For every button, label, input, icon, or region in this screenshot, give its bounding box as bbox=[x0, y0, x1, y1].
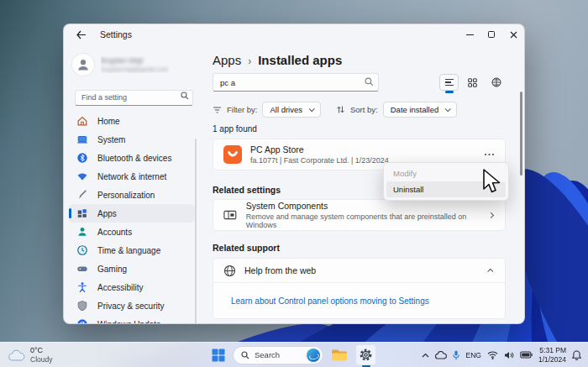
related-setting-description: Remove and manage system components that… bbox=[246, 212, 480, 229]
search-icon bbox=[365, 77, 374, 87]
settings-window: Settings Bogdan Migl bogdanmigl@gm bbox=[63, 24, 525, 324]
back-button[interactable] bbox=[76, 30, 87, 39]
help-from-web-title: Help from the web bbox=[244, 265, 316, 275]
home-icon bbox=[76, 115, 88, 128]
list-view-button[interactable] bbox=[439, 74, 459, 91]
profile-name: Bogdan Migl bbox=[101, 56, 169, 65]
taskbar-search-label: Search bbox=[255, 350, 280, 359]
sidebar-item-apps[interactable]: Apps bbox=[69, 204, 195, 223]
system-components-icon bbox=[223, 209, 237, 221]
onedrive-icon[interactable] bbox=[435, 351, 447, 359]
find-setting-input[interactable] bbox=[75, 90, 193, 106]
titlebar: Settings bbox=[64, 24, 524, 45]
sidebar-item-network[interactable]: Network & internet bbox=[69, 167, 195, 186]
system-components-row[interactable]: System Components Remove and manage syst… bbox=[213, 199, 506, 231]
notification-bell-icon[interactable] bbox=[572, 350, 581, 360]
related-setting-title: System Components bbox=[246, 201, 480, 211]
sidebar-item-gaming[interactable]: Gaming bbox=[69, 260, 195, 278]
selected-view-indicator bbox=[445, 91, 454, 93]
sidebar-nav: Home System Bluetooth & devices Network … bbox=[69, 112, 195, 324]
sidebar-scrollbar[interactable] bbox=[195, 139, 197, 324]
grid-view-button[interactable] bbox=[463, 74, 482, 91]
chevron-up-icon bbox=[487, 268, 493, 274]
sort-dropdown[interactable]: Date installed bbox=[383, 102, 458, 118]
filter-label: Filter by: bbox=[227, 105, 257, 114]
related-support-heading: Related support bbox=[213, 243, 506, 254]
sidebar-item-time-language[interactable]: Time & language bbox=[69, 241, 195, 260]
maximize-button[interactable] bbox=[480, 24, 502, 45]
window-title: Settings bbox=[100, 29, 132, 39]
profile-email: bogdanmigl@gmail.com bbox=[101, 66, 169, 73]
filter-icon bbox=[213, 106, 222, 114]
close-button[interactable] bbox=[502, 24, 524, 45]
accessibility-icon bbox=[76, 281, 88, 294]
clock[interactable]: 5:31 PM 1/1/2024 bbox=[538, 346, 566, 364]
maximize-icon bbox=[488, 31, 495, 38]
breadcrumb: Apps › Installed apps bbox=[213, 53, 506, 70]
sidebar-item-windows-update[interactable]: Windows Update bbox=[69, 315, 195, 324]
accounts-icon bbox=[76, 226, 88, 239]
page-title: Installed apps bbox=[258, 53, 342, 67]
system-tray: ENG 5:31 PM 1/1/2024 bbox=[422, 343, 581, 367]
close-icon bbox=[510, 31, 517, 39]
selected-indicator bbox=[69, 208, 71, 218]
gaming-icon bbox=[76, 263, 88, 275]
chevron-down-icon bbox=[445, 106, 451, 112]
person-icon bbox=[76, 57, 91, 72]
chevron-right-icon bbox=[488, 212, 494, 218]
find-setting-search bbox=[75, 88, 193, 104]
language-indicator[interactable]: ENG bbox=[465, 351, 480, 359]
tray-date: 1/1/2024 bbox=[538, 355, 566, 364]
volume-icon[interactable] bbox=[504, 351, 514, 359]
tray-expand-button[interactable] bbox=[422, 353, 429, 358]
help-from-web-card: Help from the web Learn about Control pa… bbox=[213, 258, 506, 319]
result-count: 1 app found bbox=[213, 124, 506, 135]
app-search-input[interactable] bbox=[213, 73, 379, 92]
sidebar-item-personalization[interactable]: Personalization bbox=[69, 186, 195, 204]
tile-view-button[interactable] bbox=[486, 74, 506, 91]
sidebar-item-home[interactable]: Home bbox=[69, 112, 195, 130]
user-profile[interactable]: Bogdan Migl bogdanmigl@gmail.com bbox=[72, 50, 197, 80]
grid-view-icon bbox=[468, 78, 477, 87]
app-meta: fa.1077t | Fast Corporate Ltd. | 1/23/20… bbox=[250, 156, 389, 165]
taskbar-search[interactable]: Search bbox=[233, 346, 323, 364]
sidebar-item-privacy[interactable]: Privacy & security bbox=[69, 296, 195, 315]
minimize-button[interactable] bbox=[459, 24, 480, 45]
app-search bbox=[213, 73, 379, 92]
microphone-icon[interactable] bbox=[453, 350, 459, 360]
help-from-web-row[interactable]: Help from the web bbox=[213, 259, 505, 282]
list-view-icon bbox=[445, 79, 454, 86]
chevron-down-icon bbox=[309, 106, 315, 112]
system-icon bbox=[76, 134, 88, 146]
sidebar-item-accessibility[interactable]: Accessibility bbox=[69, 278, 195, 296]
gear-icon bbox=[359, 348, 373, 362]
globe-icon bbox=[223, 265, 236, 277]
tile-view-icon bbox=[491, 77, 501, 87]
battery-icon[interactable] bbox=[520, 351, 533, 359]
start-button[interactable] bbox=[212, 349, 225, 362]
breadcrumb-separator: › bbox=[248, 55, 251, 67]
sidebar-item-accounts[interactable]: Accounts bbox=[69, 223, 195, 241]
sort-icon bbox=[336, 105, 345, 114]
filter-dropdown[interactable]: All drives bbox=[262, 102, 321, 118]
view-toggles bbox=[439, 74, 506, 91]
bluetooth-icon bbox=[76, 152, 88, 165]
sidebar-item-bluetooth[interactable]: Bluetooth & devices bbox=[69, 149, 195, 167]
tray-time: 5:31 PM bbox=[538, 346, 566, 355]
sidebar: Bogdan Migl bogdanmigl@gmail.com Home Sy… bbox=[64, 45, 202, 323]
file-explorer-button[interactable] bbox=[331, 349, 348, 362]
sort-label: Sort by: bbox=[350, 105, 378, 114]
apps-icon bbox=[76, 207, 88, 220]
content-scrollbar[interactable] bbox=[520, 92, 522, 176]
sidebar-item-system[interactable]: System bbox=[69, 130, 195, 149]
settings-taskbar-button[interactable] bbox=[355, 344, 376, 365]
wifi-icon[interactable] bbox=[487, 351, 498, 359]
breadcrumb-apps[interactable]: Apps bbox=[213, 53, 241, 67]
windows-update-icon bbox=[76, 318, 88, 325]
privacy-icon bbox=[76, 300, 88, 312]
avatar bbox=[72, 54, 94, 76]
search-icon bbox=[241, 351, 249, 359]
control-panel-link[interactable]: Learn about Control panel options moving… bbox=[231, 296, 429, 306]
taskbar: 0°C Cloudy Search bbox=[0, 342, 588, 367]
search-highlight-icon bbox=[307, 349, 320, 362]
